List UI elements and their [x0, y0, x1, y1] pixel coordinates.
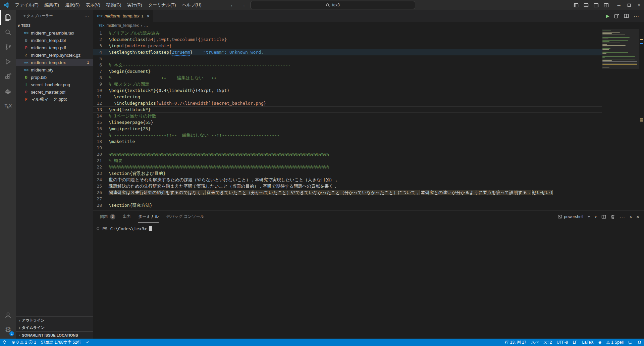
build-status[interactable]: ✓	[84, 339, 92, 346]
breadcrumb[interactable]: TEX midterm_temp.tex › …	[93, 22, 644, 29]
menu-item[interactable]: 選択(S)	[62, 1, 83, 9]
code-line[interactable]: 7\begin{document}	[93, 68, 602, 75]
build-run-button[interactable]: ▶	[606, 13, 609, 18]
code-line[interactable]: 25課題解決のための先行研究を踏まえた卒研で実現したいこと（当面の目的），卒研で…	[93, 183, 602, 189]
activitybar-source-control[interactable]	[0, 40, 16, 54]
word-count[interactable]: 57単語 1788文字 52行	[39, 339, 84, 346]
code-line[interactable]: 24世の中の問題とそれを解決するための課題（やらないといけないこと），本研究で実…	[93, 177, 602, 183]
code-line[interactable]: 3\input{midterm_preamble}	[93, 43, 602, 49]
code-line[interactable]: 21% 概要	[93, 157, 602, 164]
code-line[interactable]: 10\begin{textblock*}{0.4\linewidth}(457p…	[93, 87, 602, 94]
activitybar-run-debug[interactable]	[0, 54, 16, 69]
new-terminal-button[interactable]: +	[588, 214, 590, 219]
code-line[interactable]: 9% 秘スタンプの固定	[93, 81, 602, 87]
code-line[interactable]: 19	[93, 145, 602, 151]
menu-item[interactable]: ヘルプ(H)	[179, 1, 205, 9]
activitybar-explorer[interactable]	[0, 10, 16, 25]
code-line[interactable]: 13\end{textblock*}	[93, 106, 602, 113]
menu-item[interactable]: 実行(R)	[124, 1, 145, 9]
code-line[interactable]: 26関連研究は各先行研究の紹介をするのではなく，従来できていたこと（分かっていた…	[93, 189, 602, 196]
file-row[interactable]: Bmidterm_temp.bbl	[16, 37, 93, 44]
code-line[interactable]: 17% --------------------↑↑-- 編集はしない --↑↑…	[93, 132, 602, 138]
panel-more-actions[interactable]: ···	[620, 214, 625, 219]
code-line[interactable]: 1%プリアンブルの読み込み	[93, 30, 602, 36]
code-line[interactable]: 27	[93, 196, 602, 202]
code-line[interactable]: 16\mojiperline{25}	[93, 126, 602, 132]
view-pdf-button[interactable]	[614, 13, 619, 18]
panel-tab-ターミナル[interactable]: ターミナル	[138, 211, 159, 223]
file-row[interactable]: Pmidterm_temp.pdf	[16, 44, 93, 51]
menu-item[interactable]: ファイル(F)	[12, 1, 42, 9]
problems[interactable]: ⊗0⚠2ⓘ1	[9, 339, 39, 346]
command-center-search[interactable]: tex3	[250, 1, 415, 9]
activitybar-extensions[interactable]	[0, 69, 16, 84]
activitybar-accounts[interactable]	[0, 308, 16, 323]
code-line[interactable]: 2\documentclass[a4j,10pt,twocolumn]{jsar…	[93, 36, 602, 43]
activitybar-search[interactable]	[0, 25, 16, 40]
terminal[interactable]: PS C:\Codes\tex3>	[93, 223, 644, 339]
menu-item[interactable]: 表示(V)	[83, 1, 103, 9]
terminal-dropdown-icon[interactable]: ∨	[595, 215, 597, 218]
code-line[interactable]: 14% 1ページ当たりの行数	[93, 113, 602, 119]
file-row[interactable]: Bprop.bib	[16, 73, 93, 81]
code-line[interactable]: 4\setlength\textfloatsep{2truemm} "truem…	[93, 49, 602, 55]
menu-item[interactable]: 移動(G)	[103, 1, 124, 9]
folder-section-header[interactable]: ∨ TEX3	[16, 22, 93, 29]
sidebar-section--[interactable]: ›アウトライン	[16, 316, 93, 324]
indentation[interactable]: スペース: 2	[529, 339, 554, 346]
maximize-button[interactable]	[624, 0, 634, 10]
notifications[interactable]	[635, 339, 644, 346]
toggle-sidebar-icon[interactable]	[572, 1, 580, 9]
cursor-position[interactable]: 行 13, 列 17	[502, 339, 529, 346]
forward-button[interactable]: →	[239, 2, 247, 8]
file-row[interactable]: TEXmidterm_temp.tex1	[16, 59, 93, 66]
terminal-profile[interactable]: powershell	[558, 214, 583, 219]
code-line[interactable]: 12 \includegraphics[width=0.7\linewidth]…	[93, 100, 602, 106]
activitybar-docker[interactable]	[0, 84, 16, 99]
language-globe[interactable]: ⊕	[596, 339, 604, 346]
code-line[interactable]: 11 \centering	[93, 94, 602, 100]
code-line[interactable]: 28\section{研究方法}	[93, 202, 602, 208]
tab-midterm-temp-tex[interactable]: TEX midterm_temp.tex 1 ×	[93, 10, 153, 22]
minimap[interactable]	[602, 29, 639, 210]
menu-item[interactable]: ターミナル(T)	[145, 1, 179, 9]
panel-tab-問題[interactable]: 問題3	[100, 211, 115, 223]
eol[interactable]: LF	[570, 339, 580, 346]
panel-tab-出力[interactable]: 出力	[123, 211, 131, 223]
code-line[interactable]: 5	[93, 55, 602, 62]
activitybar-settings[interactable]: ⚙1	[0, 323, 16, 337]
editor-more-actions[interactable]: ···	[634, 13, 639, 19]
toggle-panel-icon[interactable]	[582, 1, 590, 9]
close-window-button[interactable]: ×	[634, 0, 644, 10]
minimize-button[interactable]: ─	[614, 0, 624, 10]
feedback[interactable]	[626, 339, 635, 346]
code-line[interactable]: 22%%%%%%%%%%%%%%%%%%%%%%%%%%%%%%%%%%%%%%…	[93, 164, 602, 170]
sidebar-section--[interactable]: ›タイムライン	[16, 324, 93, 331]
back-button[interactable]: ←	[229, 2, 236, 8]
maximize-panel-button[interactable]: ∧	[630, 215, 632, 218]
overview-ruler[interactable]	[639, 29, 644, 210]
code-lines[interactable]: 1%プリアンブルの読み込み2\documentclass[a4j,10pt,tw…	[93, 29, 602, 210]
activitybar-latex-workshop[interactable]: TEX	[0, 99, 16, 113]
customize-layout-icon[interactable]	[602, 1, 610, 9]
file-row[interactable]: TEXmidterm_preamble.tex	[16, 29, 93, 37]
encoding[interactable]: UTF-8	[554, 339, 570, 346]
code-line[interactable]: 15\linesperpage{55}	[93, 119, 602, 126]
toggle-secondary-sidebar-icon[interactable]	[592, 1, 600, 9]
panel-tab-デバッグ コンソール[interactable]: デバッグ コンソール	[166, 211, 204, 223]
menu-item[interactable]: 編集(E)	[42, 1, 62, 9]
spell-status[interactable]: ⚠1 Spell	[604, 339, 626, 346]
split-terminal-button[interactable]	[601, 214, 606, 219]
code-line[interactable]: 6% 本文-----------------------------------…	[93, 62, 602, 68]
code-line[interactable]: 18\maketitle	[93, 138, 602, 145]
tab-close-icon[interactable]: ×	[147, 13, 150, 19]
remote-indicator[interactable]	[0, 339, 9, 346]
code-line[interactable]: 20%%%%%%%%%%%%%%%%%%%%%%%%%%%%%%%%%%%%%%…	[93, 151, 602, 157]
file-row[interactable]: Psecret_master.pdf	[16, 88, 93, 96]
code-line[interactable]: 8% ------------------↓↓-- 編集はしない --↓↓---…	[93, 75, 602, 81]
file-row[interactable]: Zmidterm_temp.synctex.gz	[16, 51, 93, 59]
explorer-more-actions[interactable]: ···	[85, 14, 89, 18]
file-row[interactable]: TEXmidterm.sty	[16, 66, 93, 73]
language-mode[interactable]: LaTeX	[580, 339, 596, 346]
sidebar-section-sonarlint-issue-locations[interactable]: ›SONARLINT ISSUE LOCATIONS	[16, 331, 93, 339]
